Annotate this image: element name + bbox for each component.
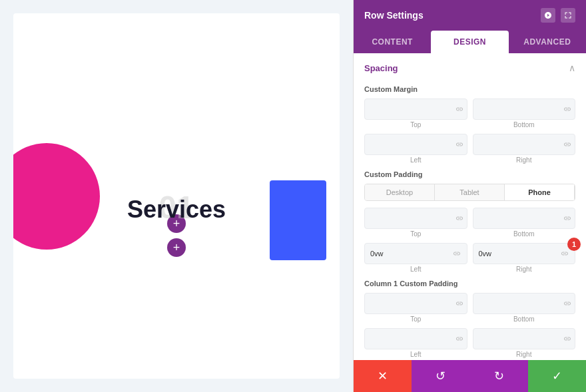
padding-right-link-icon bbox=[560, 249, 569, 258]
padding-left-link-icon bbox=[452, 249, 461, 258]
padding-right-label: Right bbox=[473, 266, 576, 273]
tab-advanced[interactable]: Advanced bbox=[509, 31, 586, 53]
device-tab-phone[interactable]: Phone bbox=[504, 184, 575, 200]
margin-right-group: Right bbox=[473, 134, 576, 164]
margin-top-group: Top bbox=[364, 98, 467, 128]
canvas-content: 01 Services + + bbox=[13, 13, 340, 379]
undo-icon: ↺ bbox=[436, 369, 445, 383]
custom-padding-label: Custom Padding bbox=[364, 170, 575, 178]
panel-title: Row Settings bbox=[364, 10, 424, 21]
col1-left-label: Left bbox=[364, 351, 467, 358]
col1-top-link-icon bbox=[455, 299, 464, 308]
save-button[interactable]: ✓ bbox=[528, 360, 586, 392]
col1-right-input[interactable] bbox=[473, 328, 576, 349]
spacing-section: Spacing ∧ Custom Margin Top bbox=[354, 53, 586, 360]
tab-design[interactable]: Design bbox=[431, 31, 508, 53]
padding-right-group: 0vw Right 1 bbox=[473, 243, 576, 273]
blue-rect-decoration bbox=[270, 180, 326, 260]
padding-right-input[interactable]: 0vw bbox=[473, 243, 576, 264]
margin-bottom-input[interactable] bbox=[473, 98, 576, 120]
margin-left-input[interactable] bbox=[364, 134, 467, 155]
col1-padding-grid: Top Bottom bbox=[364, 293, 575, 358]
padding-bottom-group: Bottom bbox=[473, 208, 576, 238]
padding-badge: 1 bbox=[567, 238, 581, 251]
custom-margin-grid: Top Bottom bbox=[364, 98, 575, 164]
margin-bottom-group: Bottom bbox=[473, 98, 576, 128]
undo-button[interactable]: ↺ bbox=[412, 360, 469, 392]
margin-top-label: Top bbox=[364, 121, 467, 128]
cancel-button[interactable]: ✕ bbox=[354, 360, 412, 392]
padding-top-group: Top bbox=[364, 208, 467, 238]
col1-left-link-icon bbox=[455, 334, 464, 343]
padding-left-group: 0vw Left bbox=[364, 243, 467, 273]
panel-header-icons bbox=[541, 8, 575, 23]
padding-left-input[interactable]: 0vw bbox=[364, 243, 467, 264]
panel-expand-icon[interactable] bbox=[561, 8, 575, 23]
padding-left-value: 0vw bbox=[370, 250, 384, 258]
padding-left-label: Left bbox=[364, 266, 467, 273]
col1-padding-label: Column 1 Custom Padding bbox=[364, 280, 575, 288]
pink-circle-decoration bbox=[13, 143, 100, 250]
margin-right-label: Right bbox=[473, 156, 576, 164]
services-label: Services bbox=[127, 196, 226, 224]
spacing-section-content: Custom Margin Top bbox=[354, 85, 586, 360]
margin-bottom-link-icon bbox=[563, 104, 572, 114]
margin-top-input[interactable] bbox=[364, 98, 467, 120]
padding-bottom-link-icon bbox=[563, 214, 572, 223]
col1-right-label: Right bbox=[473, 351, 576, 358]
redo-icon: ↻ bbox=[494, 369, 504, 383]
col1-top-input[interactable] bbox=[364, 293, 467, 314]
device-tab-tablet[interactable]: Tablet bbox=[435, 184, 504, 200]
settings-panel: Row Settings Content Design Advanced Spa… bbox=[353, 0, 586, 392]
padding-top-label: Top bbox=[364, 230, 467, 238]
col1-right-link-icon bbox=[563, 334, 572, 343]
cancel-icon: ✕ bbox=[378, 369, 388, 383]
padding-top-input[interactable] bbox=[364, 208, 467, 229]
spacing-section-header[interactable]: Spacing ∧ bbox=[354, 53, 586, 79]
panel-tabs: Content Design Advanced bbox=[354, 31, 586, 53]
margin-bottom-label: Bottom bbox=[473, 121, 576, 128]
spacing-chevron-icon: ∧ bbox=[569, 63, 575, 73]
col1-top-group: Top bbox=[364, 293, 467, 323]
padding-bottom-label: Bottom bbox=[473, 230, 576, 238]
tab-content[interactable]: Content bbox=[354, 31, 431, 53]
margin-right-input[interactable] bbox=[473, 134, 576, 155]
col1-bottom-input[interactable] bbox=[473, 293, 576, 314]
custom-margin-label: Custom Margin bbox=[364, 85, 575, 93]
panel-settings-icon[interactable] bbox=[541, 8, 555, 23]
panel-body: Spacing ∧ Custom Margin Top bbox=[354, 53, 586, 360]
save-icon: ✓ bbox=[552, 369, 562, 383]
padding-right-value: 0vw bbox=[479, 250, 492, 258]
margin-right-link-icon bbox=[563, 140, 572, 149]
col1-top-label: Top bbox=[364, 315, 467, 323]
redo-button[interactable]: ↻ bbox=[470, 360, 528, 392]
col1-bottom-group: Bottom bbox=[473, 293, 576, 323]
device-tab-desktop[interactable]: Desktop bbox=[365, 184, 435, 200]
margin-left-group: Left bbox=[364, 134, 467, 164]
device-tabs: Desktop Tablet Phone bbox=[364, 184, 575, 201]
margin-top-link-icon bbox=[455, 104, 464, 114]
custom-padding-grid: Top Bottom 0vw bbox=[364, 208, 575, 273]
padding-bottom-input[interactable] bbox=[473, 208, 576, 229]
col1-right-group: Right bbox=[473, 328, 576, 358]
margin-left-label: Left bbox=[364, 156, 467, 164]
margin-left-link-icon bbox=[455, 140, 464, 149]
padding-top-link-icon bbox=[455, 214, 464, 223]
spacing-title: Spacing bbox=[364, 63, 398, 73]
col1-bottom-label: Bottom bbox=[473, 315, 576, 323]
col1-left-input[interactable] bbox=[364, 328, 467, 349]
canvas-area: 01 Services + + bbox=[0, 0, 353, 392]
add-row-button-bottom[interactable]: + bbox=[167, 238, 186, 257]
bottom-toolbar: ✕ ↺ ↻ ✓ bbox=[354, 360, 586, 392]
col1-bottom-link-icon bbox=[563, 299, 572, 308]
panel-header: Row Settings bbox=[354, 0, 586, 31]
col1-left-group: Left bbox=[364, 328, 467, 358]
